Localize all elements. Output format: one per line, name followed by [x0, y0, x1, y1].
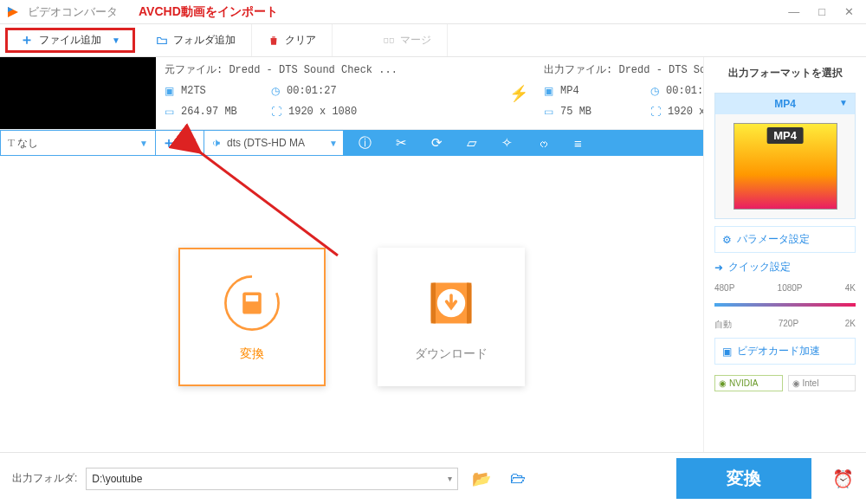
source-duration: 00:01:27 — [287, 85, 337, 97]
minimize-button[interactable]: — — [788, 5, 799, 18]
download-card[interactable]: ダウンロード — [378, 248, 525, 386]
svg-rect-0 — [385, 38, 388, 42]
source-container: M2TS — [181, 85, 264, 97]
size-icon: ▭ — [544, 106, 553, 118]
h-toggle-button[interactable]: H — [182, 130, 204, 156]
trash-icon — [268, 35, 280, 47]
q-2k[interactable]: 2K — [845, 319, 856, 331]
q-auto[interactable]: 自動 — [714, 319, 732, 331]
maximize-button[interactable]: □ — [818, 5, 825, 18]
param-label: パラメータ設定 — [737, 232, 810, 247]
merge-button[interactable]: マージ — [367, 24, 448, 56]
output-format-title: 出力フォーマットを選択 — [714, 66, 856, 81]
folder-add-button[interactable]: フォルダ追加 — [140, 24, 252, 56]
convert-icon — [221, 272, 283, 334]
container-icon: ▣ — [165, 85, 174, 97]
svg-rect-7 — [431, 283, 436, 324]
close-button[interactable]: ✕ — [844, 5, 854, 18]
container-icon: ▣ — [544, 85, 553, 97]
cut-tool-button[interactable]: ✂ — [396, 135, 407, 151]
browse-folder-button[interactable]: 📂 — [467, 469, 496, 488]
audio-track-value: dts (DTS-HD MA — [227, 137, 305, 149]
clear-button[interactable]: クリア — [252, 24, 333, 56]
intel-icon: ◉ — [792, 378, 800, 388]
add-subtitle-button[interactable]: ＋ — [156, 130, 182, 156]
output-folder-value: D:\youtube — [92, 473, 142, 485]
subtitle-value: なし — [17, 136, 38, 151]
quality-slider[interactable] — [714, 303, 856, 307]
file-add-button[interactable]: ＋ ファイル追加 ▼ — [5, 28, 135, 53]
plus-icon: ＋ — [20, 31, 34, 49]
gpu-label: ビデオカード加速 — [737, 344, 820, 359]
clear-label: クリア — [285, 33, 316, 48]
arrow-right-icon: ➜ — [714, 262, 723, 274]
source-file-header: 元ファイル: Dredd - DTS Sound Check ... — [165, 62, 494, 77]
chevron-down-icon: ▼ — [139, 139, 148, 148]
import-highlight-label: AVCHD動画をインポート — [139, 4, 278, 20]
audio-track-select[interactable]: 🕩 dts (DTS-HD MA ▼ — [204, 130, 343, 156]
subtitle-select[interactable]: T なし ▼ — [0, 130, 156, 156]
info-tool-button[interactable]: ⓘ — [359, 135, 372, 152]
convert-card[interactable]: 変換 — [178, 248, 326, 386]
format-selector[interactable]: MP4 ▼ MP4 — [714, 93, 856, 219]
open-folder-button[interactable]: 🗁 — [505, 469, 531, 488]
watermark-tool-button[interactable]: ᰔ — [537, 136, 550, 151]
app-logo-icon — [5, 4, 21, 20]
q-720p[interactable]: 720P — [779, 319, 798, 331]
folder-icon — [156, 35, 168, 47]
convert-card-label: 変換 — [240, 346, 264, 362]
gpu-accel-button[interactable]: ▣ ビデオカード加速 — [714, 338, 856, 365]
download-card-label: ダウンロード — [415, 346, 488, 362]
convert-button[interactable]: 変換 — [676, 458, 811, 499]
folder-add-label: フォルダ追加 — [173, 33, 236, 48]
resolution-icon: ⛶ — [271, 106, 281, 118]
clock-icon: ◷ — [271, 85, 280, 97]
gpu-intel[interactable]: ◉ Intel — [788, 375, 856, 391]
schedule-button[interactable]: ⏰ — [832, 468, 854, 489]
svg-rect-4 — [246, 295, 258, 301]
q-4k[interactable]: 4K — [845, 283, 856, 293]
merge-icon — [383, 35, 395, 47]
bolt-icon: ⚡ — [509, 84, 528, 103]
parameter-settings-button[interactable]: ⚙ パラメータ設定 — [714, 226, 856, 253]
clock-icon: ◷ — [650, 85, 659, 97]
sliders-icon: ⚙ — [722, 234, 732, 246]
chevron-down-icon: ▼ — [329, 139, 338, 148]
quick-settings-title: ➜ クイック設定 — [714, 260, 856, 275]
output-container: MP4 — [560, 85, 643, 97]
size-icon: ▭ — [165, 106, 174, 118]
format-preview: MP4 — [715, 114, 855, 218]
svg-rect-1 — [390, 38, 393, 42]
effect-tool-button[interactable]: ✧ — [501, 135, 513, 151]
output-folder-input[interactable]: D:\youtube ▾ — [86, 468, 458, 490]
text-icon: T — [8, 136, 15, 150]
settings-tool-button[interactable]: ≡ — [574, 136, 582, 151]
chevron-down-icon: ▼ — [112, 36, 120, 45]
q-480p[interactable]: 480P — [714, 283, 734, 293]
chevron-down-icon: ▾ — [448, 474, 452, 483]
file-add-label: ファイル追加 — [39, 33, 101, 48]
download-icon — [420, 272, 482, 334]
app-title: ビデオコンバータ — [28, 4, 118, 20]
rotate-tool-button[interactable]: ⟳ — [431, 135, 443, 151]
chip-icon: ▣ — [722, 346, 732, 358]
source-size: 264.97 MB — [181, 106, 264, 118]
nvidia-icon: ◉ — [719, 378, 727, 388]
source-resolution: 1920 x 1080 — [288, 106, 357, 118]
q-1080p[interactable]: 1080P — [778, 283, 803, 293]
crop-tool-button[interactable]: ▱ — [467, 135, 477, 151]
output-folder-label: 出力フォルダ: — [12, 471, 77, 486]
speaker-icon: 🕩 — [211, 137, 222, 149]
chevron-down-icon: ▼ — [839, 98, 848, 107]
output-size: 75 MB — [560, 106, 643, 118]
gpu-nvidia[interactable]: ◉ NVIDIA — [714, 375, 783, 391]
format-value: MP4 — [774, 98, 796, 110]
resolution-icon: ⛶ — [650, 106, 661, 118]
video-thumbnail[interactable] — [0, 57, 156, 129]
merge-label: マージ — [400, 33, 431, 48]
svg-rect-8 — [467, 283, 471, 324]
